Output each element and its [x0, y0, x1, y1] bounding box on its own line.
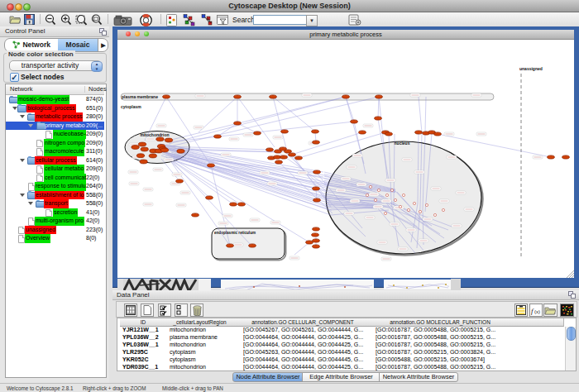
svg-text:nucleus: nucleus: [395, 141, 410, 146]
svg-text:cytoplasm: cytoplasm: [121, 104, 141, 109]
svg-text:mitochondrion: mitochondrion: [141, 132, 170, 137]
svg-text:(x): (x): [534, 309, 540, 314]
svg-text:unassigned: unassigned: [519, 66, 543, 71]
svg-text:plasma membrane: plasma membrane: [122, 94, 158, 99]
